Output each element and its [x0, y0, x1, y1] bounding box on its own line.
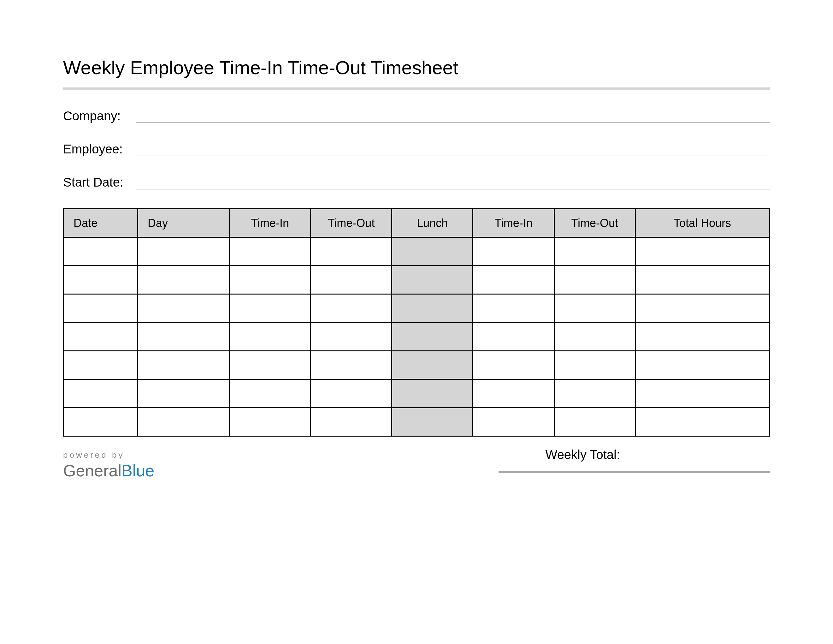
- table-row: [64, 380, 770, 408]
- cell-time-out-2[interactable]: [554, 380, 635, 408]
- cell-time-in-2[interactable]: [473, 294, 554, 323]
- table-row: [64, 351, 770, 380]
- brand-logo: GeneralBlue: [63, 461, 154, 480]
- cell-time-out-2[interactable]: [554, 408, 635, 436]
- cell-time-out-2[interactable]: [554, 294, 635, 323]
- start-date-row: Start Date:: [63, 175, 770, 189]
- employee-row: Employee:: [63, 142, 770, 156]
- header-time-in-2: Time-In: [473, 209, 554, 237]
- cell-day[interactable]: [138, 266, 229, 294]
- cell-time-in-1[interactable]: [229, 380, 310, 408]
- cell-time-in-2[interactable]: [473, 237, 554, 266]
- cell-time-in-2[interactable]: [473, 380, 554, 408]
- cell-total-hours[interactable]: [635, 323, 769, 351]
- cell-time-out-1[interactable]: [310, 380, 392, 408]
- cell-lunch[interactable]: [392, 266, 473, 294]
- cell-date[interactable]: [64, 323, 138, 351]
- cell-time-in-2[interactable]: [473, 408, 554, 436]
- company-row: Company:: [63, 109, 770, 123]
- cell-lunch[interactable]: [392, 323, 473, 351]
- header-lunch: Lunch: [392, 209, 473, 237]
- header-time-in-1: Time-In: [229, 209, 310, 237]
- table-row: [64, 294, 770, 323]
- cell-total-hours[interactable]: [635, 294, 769, 323]
- weekly-total-block: Weekly Total:: [499, 448, 770, 473]
- cell-day[interactable]: [138, 237, 229, 266]
- cell-time-in-1[interactable]: [229, 237, 310, 266]
- start-date-field[interactable]: [136, 177, 770, 189]
- cell-date[interactable]: [64, 266, 138, 294]
- cell-total-hours[interactable]: [635, 380, 769, 408]
- weekly-total-line: [499, 471, 770, 473]
- cell-day[interactable]: [138, 408, 229, 436]
- cell-time-in-1[interactable]: [229, 408, 310, 436]
- cell-time-in-2[interactable]: [473, 351, 554, 380]
- table-row: [64, 237, 770, 266]
- table-header-row: Date Day Time-In Time-Out Lunch Time-In …: [64, 209, 770, 237]
- cell-date[interactable]: [64, 408, 138, 436]
- cell-date[interactable]: [64, 237, 138, 266]
- timesheet-table: Date Day Time-In Time-Out Lunch Time-In …: [63, 208, 770, 436]
- cell-time-out-1[interactable]: [310, 294, 392, 323]
- cell-time-out-2[interactable]: [554, 351, 635, 380]
- table-row: [64, 323, 770, 351]
- cell-time-in-2[interactable]: [473, 323, 554, 351]
- brand-general: General: [63, 462, 121, 480]
- cell-time-out-2[interactable]: [554, 266, 635, 294]
- cell-time-in-1[interactable]: [229, 323, 310, 351]
- cell-day[interactable]: [138, 323, 229, 351]
- cell-time-out-1[interactable]: [310, 323, 392, 351]
- cell-time-out-2[interactable]: [554, 237, 635, 266]
- cell-day[interactable]: [138, 380, 229, 408]
- powered-by-block: powered by GeneralBlue: [63, 448, 154, 480]
- cell-time-out-2[interactable]: [554, 323, 635, 351]
- powered-by-text: powered by: [63, 450, 154, 460]
- start-date-label: Start Date:: [63, 175, 136, 189]
- table-row: [64, 266, 770, 294]
- header-time-out-1: Time-Out: [310, 209, 392, 237]
- cell-time-out-1[interactable]: [310, 351, 392, 380]
- title-divider: [63, 87, 770, 90]
- employee-field[interactable]: [136, 143, 770, 156]
- cell-date[interactable]: [64, 380, 138, 408]
- cell-time-out-1[interactable]: [310, 408, 392, 436]
- cell-lunch[interactable]: [392, 237, 473, 266]
- cell-time-in-1[interactable]: [229, 266, 310, 294]
- cell-lunch[interactable]: [392, 351, 473, 380]
- cell-time-in-1[interactable]: [229, 351, 310, 380]
- weekly-total-label: Weekly Total:: [545, 448, 770, 462]
- employee-label: Employee:: [63, 142, 136, 156]
- cell-time-in-2[interactable]: [473, 266, 554, 294]
- cell-time-out-1[interactable]: [310, 237, 392, 266]
- header-time-out-2: Time-Out: [554, 209, 635, 237]
- header-day: Day: [138, 209, 229, 237]
- company-label: Company:: [63, 109, 136, 123]
- cell-total-hours[interactable]: [635, 266, 769, 294]
- cell-lunch[interactable]: [392, 380, 473, 408]
- cell-lunch[interactable]: [392, 408, 473, 436]
- header-total-hours: Total Hours: [635, 209, 769, 237]
- cell-lunch[interactable]: [392, 294, 473, 323]
- cell-total-hours[interactable]: [635, 408, 769, 436]
- cell-day[interactable]: [138, 294, 229, 323]
- table-body: [64, 237, 770, 436]
- table-row: [64, 408, 770, 436]
- cell-time-in-1[interactable]: [229, 294, 310, 323]
- cell-date[interactable]: [64, 294, 138, 323]
- page-title: Weekly Employee Time-In Time-Out Timeshe…: [63, 57, 770, 79]
- cell-total-hours[interactable]: [635, 237, 769, 266]
- cell-date[interactable]: [64, 351, 138, 380]
- brand-blue: Blue: [121, 462, 154, 480]
- cell-total-hours[interactable]: [635, 351, 769, 380]
- header-date: Date: [64, 209, 138, 237]
- company-field[interactable]: [136, 111, 770, 123]
- cell-day[interactable]: [138, 351, 229, 380]
- cell-time-out-1[interactable]: [310, 266, 392, 294]
- footer: powered by GeneralBlue Weekly Total:: [63, 448, 770, 480]
